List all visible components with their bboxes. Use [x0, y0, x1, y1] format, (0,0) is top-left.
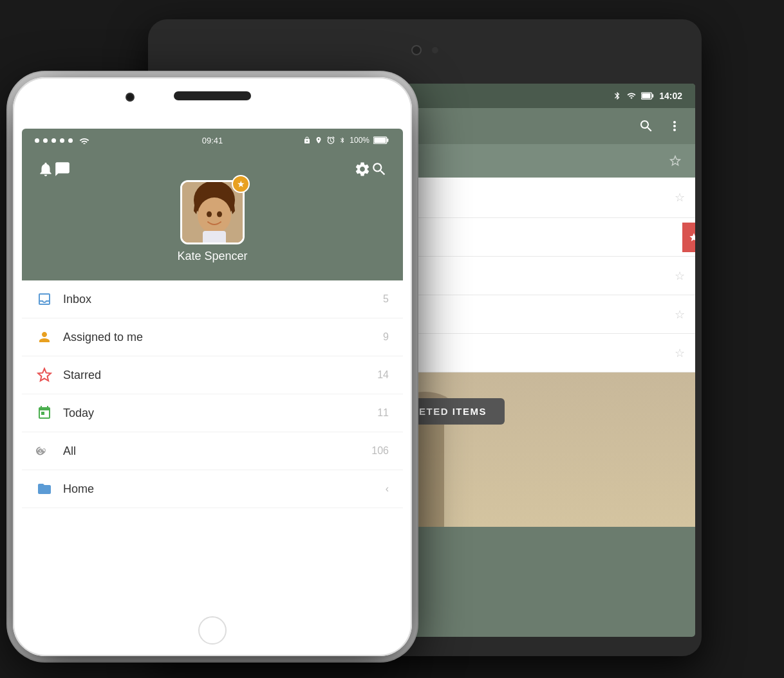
menu-item-home[interactable]: Home ‹: [22, 470, 403, 508]
svg-point-11: [217, 211, 222, 217]
star-outline-icon[interactable]: [668, 154, 682, 168]
svg-rect-9: [203, 231, 226, 244]
avatar-star-badge: ★: [232, 175, 250, 193]
iphone-header: ★ Kate Spencer: [22, 152, 403, 280]
settings-icon[interactable]: [354, 161, 371, 178]
task-star[interactable]: ☆: [675, 307, 685, 322]
signal-dot: [68, 138, 73, 143]
signal-dot: [35, 138, 39, 143]
star-filled-icon: [689, 232, 695, 243]
today-label: Today: [63, 407, 367, 420]
svg-point-10: [207, 211, 212, 217]
alarm-icon: [326, 136, 335, 145]
search-icon[interactable]: [371, 161, 387, 178]
svg-point-8: [198, 197, 231, 234]
folder-icon: [36, 481, 53, 497]
star-icon: [36, 367, 53, 383]
inbox-label: Inbox: [63, 293, 373, 306]
svg-rect-5: [374, 138, 386, 143]
iphone-time: 09:41: [202, 136, 223, 145]
calendar-icon: [36, 405, 53, 421]
svg-rect-4: [387, 138, 389, 142]
lock-icon: [303, 136, 311, 145]
task-star[interactable]: ☆: [675, 346, 685, 360]
inbox-count: 5: [383, 293, 389, 305]
iphone-menu: Inbox 5 Assigned to me 9: [22, 280, 403, 508]
menu-item-all[interactable]: ∞ All 106: [22, 432, 403, 470]
home-button[interactable]: [198, 616, 227, 645]
menu-item-inbox[interactable]: Inbox 5: [22, 280, 403, 318]
status-icons: 14:02: [613, 91, 682, 101]
avatar-container[interactable]: ★: [180, 180, 245, 244]
all-count: 106: [371, 445, 389, 457]
task-star[interactable]: ☆: [675, 269, 685, 283]
assigned-label: Assigned to me: [63, 331, 373, 344]
iphone-camera: [126, 93, 135, 102]
chevron-icon: ‹: [386, 483, 389, 495]
chat-icon[interactable]: [54, 161, 71, 178]
signal-indicators: [35, 136, 89, 144]
menu-item-starred[interactable]: Starred 14: [22, 356, 403, 394]
task-star[interactable]: ☆: [675, 190, 685, 205]
svg-text:∞: ∞: [39, 446, 46, 456]
svg-rect-2: [642, 93, 650, 98]
home-label: Home: [63, 482, 375, 496]
bell-icon[interactable]: [37, 161, 54, 178]
assigned-count: 9: [383, 331, 389, 343]
svg-rect-1: [652, 95, 654, 98]
today-count: 11: [377, 407, 389, 419]
starred-count: 14: [377, 369, 389, 381]
more-icon[interactable]: [667, 118, 682, 134]
menu-item-assigned[interactable]: Assigned to me 9: [22, 318, 403, 356]
search-icon[interactable]: [639, 118, 654, 134]
android-time: 14:02: [659, 91, 682, 101]
starred-label: Starred: [63, 369, 367, 382]
bluetooth-icon: [339, 136, 346, 145]
person-icon: [36, 329, 53, 345]
menu-item-today[interactable]: Today 11: [22, 394, 403, 432]
camera-icon: [411, 45, 422, 55]
signal-dot: [43, 138, 48, 143]
all-label: All: [63, 444, 361, 458]
red-flag-icon: [682, 223, 695, 252]
battery-icon: [641, 91, 654, 100]
signal-dot: [51, 138, 56, 143]
iphone-status-right: 100%: [303, 136, 390, 145]
header-icons: [22, 161, 403, 178]
infinity-icon: ∞: [36, 443, 53, 459]
battery-percent: 100%: [350, 136, 369, 145]
inbox-icon: [36, 291, 53, 307]
wifi-icon: [79, 136, 89, 144]
user-name: Kate Spencer: [177, 250, 247, 263]
signal-dot: [60, 138, 64, 143]
bluetooth-icon: [613, 91, 622, 100]
sensor-icon: [432, 47, 438, 53]
wifi-icon: [627, 91, 636, 100]
battery-icon: [373, 136, 390, 145]
iphone: 09:41 100%: [13, 77, 412, 656]
iphone-screen: 09:41 100%: [22, 129, 403, 605]
iphone-status-bar: 09:41 100%: [22, 129, 403, 152]
location-icon: [315, 136, 322, 145]
iphone-speaker: [174, 91, 251, 100]
